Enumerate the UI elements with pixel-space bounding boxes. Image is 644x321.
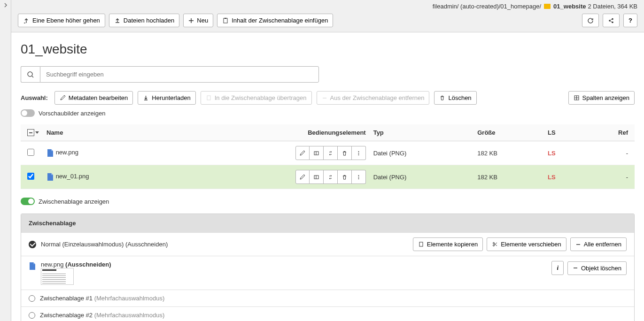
edit-metadata-button[interactable]: Metadaten bearbeiten [54, 91, 133, 105]
delete-button[interactable]: Löschen [434, 91, 476, 105]
paste-clipboard-button[interactable]: Inhalt der Zwischenablage einfügen [217, 14, 333, 27]
more-action[interactable] [352, 170, 366, 184]
rename-action[interactable] [310, 170, 324, 184]
to-clip-label: In die Zwischenablage übertragen [215, 94, 307, 101]
info-button[interactable]: i [551, 261, 564, 275]
radio-icon[interactable] [29, 312, 35, 319]
edit-action[interactable] [295, 170, 310, 184]
breadcrumb-path[interactable]: fileadmin/ (auto-created)/01_homepage/ [433, 3, 541, 10]
edit-metadata-label: Metadaten bearbeiten [69, 94, 128, 101]
new-button[interactable]: Neu [183, 14, 213, 27]
move-elements-button[interactable]: Elemente verschieben [487, 237, 566, 251]
svg-rect-1 [225, 18, 226, 19]
delete-action[interactable] [338, 170, 352, 184]
file-size: 182 KB [473, 165, 544, 189]
delete-action[interactable] [338, 146, 352, 160]
pad-mode: (Mehrfachauswahlmodus) [94, 312, 165, 319]
remove-from-clipboard-button: Aus der Zwischenablage entfernen [317, 91, 430, 105]
svg-point-3 [612, 18, 613, 20]
rename-action[interactable] [310, 146, 324, 160]
clipboard-toggle[interactable] [21, 198, 35, 205]
refresh-icon [587, 17, 594, 24]
replace-icon [327, 174, 334, 180]
level-up-button[interactable]: Eine Ebene höher gehen [18, 14, 105, 27]
thumbnail [41, 268, 74, 285]
clipboard-title: Zwischenablage [21, 214, 634, 232]
delete-object-button[interactable]: Objekt löschen [567, 261, 627, 275]
select-dropdown[interactable] [35, 131, 39, 134]
edit-action[interactable] [295, 146, 310, 160]
download-button[interactable]: Herunterladen [138, 91, 195, 105]
pad-label: Zwischenablage #2 [40, 312, 93, 319]
search-button[interactable] [21, 66, 40, 83]
more-action[interactable] [352, 146, 366, 160]
scissors-icon [492, 241, 498, 247]
from-clip-label: Aus der Zwischenablage entfernen [330, 94, 425, 101]
table-row[interactable]: new.png Datei (PNG) 18 [21, 141, 635, 165]
minus-icon [575, 242, 581, 247]
clipboard-normal-label: Normal (Einzelauswahlmodus) (Ausschneide… [41, 241, 168, 248]
file-name[interactable]: new_01.png [56, 173, 89, 180]
pencil-icon [299, 174, 305, 180]
row-checkbox[interactable] [27, 173, 34, 180]
dots-vertical-icon [356, 150, 362, 156]
file-size: 182 KB [473, 141, 544, 165]
replace-action[interactable] [324, 146, 338, 160]
trash-icon [439, 95, 445, 101]
refresh-button[interactable] [582, 14, 599, 27]
dots-vertical-icon [356, 174, 362, 180]
row-checkbox[interactable] [27, 149, 34, 156]
ls-badge: LS [548, 174, 556, 181]
file-ref: - [583, 141, 635, 165]
row-actions [295, 170, 366, 184]
toolbar: Eine Ebene höher gehen Dateien hochladen… [11, 12, 644, 32]
file-name[interactable]: new.png [56, 149, 78, 156]
table-row[interactable]: new_01.png Datei (PNG) [21, 165, 635, 189]
remove-all-label: Alle entfernen [584, 241, 621, 248]
selection-actions: Auswahl: Metadaten bearbeiten Herunterla… [21, 91, 635, 117]
upload-icon [114, 17, 121, 24]
svg-point-11 [358, 154, 359, 155]
chevron-right-icon[interactable] [3, 3, 8, 8]
plus-icon [188, 18, 194, 23]
clipboard-pad-2[interactable]: Zwischenablage #2 (Mehrfachauswahlmodus) [21, 306, 634, 321]
col-ctrl: Bedienungselement [171, 124, 370, 141]
pad-label: Zwischenablage #1 [40, 295, 93, 302]
clipboard-icon [418, 241, 424, 247]
new-label: Neu [197, 17, 208, 24]
col-type[interactable]: Typ [370, 124, 474, 141]
clipboard-normal-row[interactable]: Normal (Einzelauswahlmodus) (Ausschneide… [21, 232, 634, 256]
remove-all-button[interactable]: Alle entfernen [570, 237, 627, 251]
upload-button[interactable]: Dateien hochladen [109, 14, 179, 27]
clipboard-pad-1[interactable]: Zwischenablage #1 (Mehrfachauswahlmodus) [21, 290, 634, 306]
col-name[interactable]: Name [43, 124, 171, 141]
col-size[interactable]: Größe [473, 124, 544, 141]
help-button[interactable]: ? [623, 14, 637, 27]
share-icon [608, 17, 614, 24]
replace-action[interactable] [324, 170, 338, 184]
breadcrumb-summary: 2 Dateien, 364 KB [588, 3, 637, 10]
file-ref: - [583, 165, 635, 189]
transfer-to-clipboard-button: In die Zwischenablage übertragen [201, 91, 312, 105]
file-type: Datei (PNG) [370, 141, 474, 165]
upload-label: Dateien hochladen [124, 17, 174, 24]
minus-icon [573, 265, 578, 271]
radio-icon[interactable] [29, 295, 35, 302]
share-button[interactable] [603, 14, 620, 27]
search-wrap [21, 66, 319, 83]
select-all-checkbox[interactable] [27, 129, 34, 136]
clipboard-in-icon [206, 95, 212, 101]
replace-icon [327, 150, 334, 156]
columns-button[interactable]: Spalten anzeigen [568, 91, 635, 105]
row-actions [295, 146, 366, 160]
pencil-icon [60, 95, 66, 101]
move-label: Elemente verschieben [501, 241, 561, 248]
thumbnails-toggle[interactable] [21, 109, 35, 117]
minus-icon [322, 95, 327, 101]
search-input[interactable] [40, 66, 319, 83]
svg-point-4 [612, 21, 613, 23]
copy-elements-button[interactable]: Elemente kopieren [413, 237, 483, 251]
columns-icon [574, 95, 580, 101]
paste-label: Inhalt der Zwischenablage einfügen [232, 17, 328, 24]
check-icon [29, 241, 36, 248]
